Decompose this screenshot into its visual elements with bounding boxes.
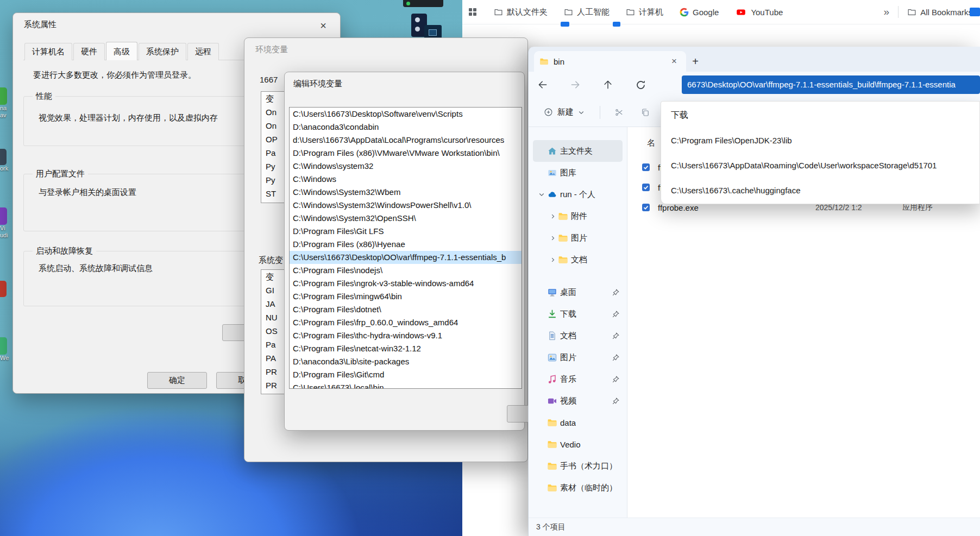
- tab-computer-name[interactable]: 计算机名: [24, 43, 72, 60]
- env-path-entry[interactable]: C:\Program Files\thc-hydra-windows-v9.1: [290, 329, 522, 342]
- nav-item-sucai[interactable]: 素材（临时的）: [533, 477, 623, 499]
- nav-item-onedrive-pictures[interactable]: 图片: [533, 227, 623, 249]
- env-path-entry[interactable]: C:\Windows: [290, 173, 522, 186]
- desktop-icon-visual-studio[interactable]: Vi udi: [0, 207, 8, 239]
- env-path-entry[interactable]: D:\Program Files (x86)\VMware\VMware Wor…: [290, 147, 522, 160]
- address-bar[interactable]: 6673\Desktop\OO\var\ffmpeg-7.1.1-essenti…: [682, 75, 980, 94]
- dialog-title: 环境变量: [255, 45, 288, 55]
- suggestion-item[interactable]: C:\Users\16673\.cache\huggingface: [661, 178, 979, 203]
- nav-item-onedrive-documents[interactable]: 文档: [533, 249, 623, 270]
- new-tab-button[interactable]: +: [686, 51, 705, 72]
- desktop-icon-vmware[interactable]: ork: [0, 149, 8, 172]
- file-checkbox[interactable]: [642, 163, 650, 174]
- env-path-entry[interactable]: D:\Program Files\Git LFS: [290, 225, 522, 238]
- close-icon[interactable]: ×: [315, 17, 331, 34]
- folder-icon: [558, 211, 571, 222]
- bookmark-google[interactable]: Google: [680, 8, 719, 17]
- nav-item-onedrive[interactable]: run - 个人: [533, 184, 623, 205]
- tab-hardware[interactable]: 硬件: [73, 43, 105, 60]
- file-checkbox[interactable]: [642, 203, 650, 214]
- nav-item-videos[interactable]: 视频: [533, 390, 623, 412]
- env-path-entry[interactable]: C:\Program Files\ngrok-v3-stable-windows…: [290, 277, 522, 290]
- back-button[interactable]: [537, 79, 548, 90]
- nav-item-shoushu[interactable]: 手书（术力口）: [533, 455, 623, 477]
- bookmark-ai-folder[interactable]: 人工智能: [564, 7, 610, 17]
- folder-icon: [558, 233, 571, 243]
- suggestion-item[interactable]: C:\Users\16673\AppData\Roaming\Code\User…: [661, 153, 979, 178]
- tab-system-protection[interactable]: 系统保护: [139, 43, 186, 60]
- explorer-tab-bin[interactable]: bin ×: [534, 51, 686, 72]
- chevron-right-icon[interactable]: [547, 213, 558, 219]
- cut-button[interactable]: [609, 103, 630, 122]
- new-button[interactable]: 新建: [537, 103, 591, 122]
- env-path-entry[interactable]: C:\Windows\System32\Wbem: [290, 186, 522, 199]
- env-path-entry[interactable]: C:\Users\16673\Desktop\Software\venv\Scr…: [290, 108, 522, 121]
- desktop-icon-wechat[interactable]: We: [0, 337, 9, 362]
- bookmarks-divider: [898, 6, 899, 18]
- env-path-entry[interactable]: D:\anaconda3\condabin: [290, 121, 522, 134]
- bookmark-youtube[interactable]: YouTube: [735, 8, 783, 17]
- dialog-title: 编辑环境变量: [293, 79, 342, 89]
- refresh-button[interactable]: [635, 79, 646, 90]
- dialog-title: 系统属性: [24, 20, 56, 30]
- nav-section-gap: [529, 270, 627, 281]
- desktop-icon-red-app[interactable]: [0, 281, 7, 297]
- chevron-down-icon[interactable]: [536, 191, 547, 198]
- bookmarks-overflow-chevron[interactable]: »: [884, 6, 890, 18]
- env-path-entry[interactable]: C:\Windows\System32\OpenSSH\: [290, 212, 522, 225]
- pictures-icon: [547, 352, 560, 363]
- nav-item-desktop[interactable]: 桌面: [533, 281, 623, 303]
- chevron-down-icon: [578, 109, 585, 116]
- visual-studio-icon: [0, 207, 7, 225]
- env-path-entry[interactable]: C:\Program Files\mingw64\bin: [290, 290, 522, 303]
- apps-grid-button[interactable]: [468, 7, 478, 17]
- nav-item-attachments[interactable]: 附件: [533, 205, 623, 227]
- env-path-listbox[interactable]: C:\Users\16673\Desktop\Software\venv\Scr…: [289, 107, 522, 389]
- nav-item-pictures[interactable]: 图片: [533, 346, 623, 368]
- env-path-entry[interactable]: d:\Users\16673\AppData\Local\Programs\cu…: [290, 134, 522, 147]
- nav-item-vedio[interactable]: Vedio: [533, 433, 623, 455]
- nav-item-data[interactable]: data: [533, 412, 623, 433]
- env-path-entry[interactable]: C:\Program Files\nodejs\: [290, 264, 522, 277]
- folder-icon: [547, 418, 560, 428]
- suggestion-item[interactable]: C:\Program Files\OpenJDK-23\lib: [661, 128, 979, 153]
- env-path-entry[interactable]: C:\Windows\System32\WindowsPowerShell\v1…: [290, 199, 522, 212]
- nav-item-music[interactable]: 音乐: [533, 368, 623, 390]
- nav-item-documents[interactable]: 文档: [533, 325, 623, 346]
- nav-item-downloads[interactable]: 下载: [533, 303, 623, 325]
- chevron-right-icon[interactable]: [547, 257, 558, 263]
- forward-button[interactable]: [570, 79, 581, 90]
- tab-remote[interactable]: 远程: [187, 43, 219, 60]
- tab-close-icon[interactable]: ×: [668, 55, 681, 68]
- bookmark-default-folder[interactable]: 默认文件夹: [494, 7, 548, 17]
- file-checkbox[interactable]: [642, 183, 650, 194]
- suggestion-item[interactable]: 下载: [661, 103, 979, 128]
- ok-button[interactable]: 确定: [147, 372, 207, 389]
- desktop-icon-anaconda[interactable]: na av: [0, 87, 7, 119]
- env-path-entry[interactable]: D:\anaconda3\Lib\site-packages: [290, 355, 522, 368]
- env-path-entry[interactable]: D:\Program Files\Git\cmd: [290, 368, 522, 381]
- column-header-name[interactable]: 名: [647, 138, 655, 148]
- env-path-entry[interactable]: D:\Program Files (x86)\Hyenae: [290, 238, 522, 251]
- all-bookmarks-button[interactable]: All Bookmarks: [907, 8, 972, 17]
- env-path-entry[interactable]: C:\Program Files\frp_0.60.0_windows_amd6…: [290, 316, 522, 329]
- nav-item-gallery[interactable]: 图库: [533, 162, 623, 184]
- chevron-right-icon[interactable]: [547, 235, 558, 241]
- env-path-entry[interactable]: C:\Program Files\dotnet\: [290, 303, 522, 316]
- env-path-entry[interactable]: C:\Program Files\netcat-win32-1.12: [290, 342, 522, 355]
- arrow-right-icon: [570, 79, 581, 90]
- plus-circle-icon: [544, 108, 553, 117]
- bookmark-computer-folder[interactable]: 计算机: [626, 7, 663, 17]
- nav-item-home[interactable]: 主文件夹: [533, 140, 623, 162]
- env-path-entry[interactable]: C:\Windows\system32: [290, 160, 522, 173]
- pin-icon: [612, 398, 619, 405]
- red-app-icon: [0, 281, 7, 297]
- copy-button[interactable]: [635, 103, 656, 122]
- admin-note: 要进行大多数更改，你必须作为管理员登录。: [33, 70, 196, 80]
- tab-advanced[interactable]: 高级: [106, 42, 137, 60]
- apps-grid-icon: [468, 7, 478, 17]
- up-button[interactable]: [602, 79, 613, 90]
- env-path-entry[interactable]: C:\Users\16673\.local\bin: [290, 381, 522, 389]
- bookmarks-bar-right: » All Bookmarks: [884, 6, 972, 18]
- env-path-entry[interactable]: C:\Users\16673\Desktop\OO\var\ffmpeg-7.1…: [290, 251, 522, 264]
